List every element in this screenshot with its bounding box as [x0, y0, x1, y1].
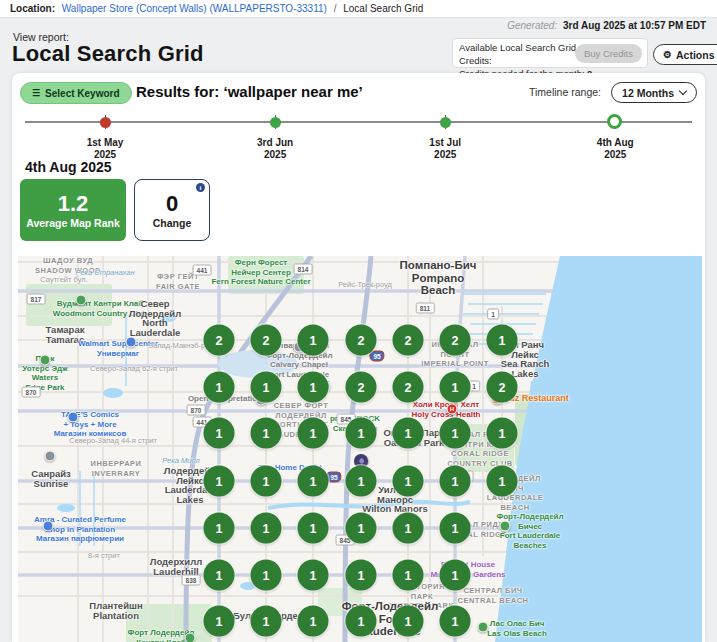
- actions-button-label: Actions: [676, 49, 715, 61]
- breadcrumb-location-link[interactable]: Wallpaper Store (Concept Walls) (WALLPAP…: [62, 3, 327, 14]
- rank-marker[interactable]: 1: [204, 560, 235, 591]
- report-toolbar: ☰ Select Keyword Results for: ‘wallpaper…: [20, 82, 697, 104]
- generated-timestamp: Generated: 3rd Aug 2025 at 10:57 PM EDT: [507, 20, 706, 31]
- rank-marker[interactable]: 1: [393, 418, 424, 449]
- timeline-dot-selected[interactable]: [607, 114, 622, 129]
- rank-marker[interactable]: 1: [393, 560, 424, 591]
- road-shield: 814: [294, 264, 313, 275]
- rank-marker[interactable]: 2: [393, 325, 424, 356]
- actions-button[interactable]: ⚙ Actions: [653, 44, 717, 65]
- woodmont-country-club-poi[interactable]: [76, 295, 87, 306]
- snapshot-date-heading: 4th Aug 2025: [25, 159, 112, 175]
- timeline-dot[interactable]: [440, 117, 451, 128]
- timeline-dot[interactable]: [270, 117, 281, 128]
- road-shield: 811: [416, 303, 435, 314]
- rank-marker[interactable]: 2: [440, 325, 471, 356]
- change-label: Change: [153, 217, 192, 229]
- rank-marker[interactable]: 1: [346, 466, 377, 497]
- map-label: Помпано-Бич Pompano Beach: [400, 259, 477, 297]
- rank-marker[interactable]: 1: [251, 372, 282, 403]
- explorers-center-poi[interactable]: [45, 451, 56, 462]
- rank-marker[interactable]: 1: [393, 513, 424, 544]
- rank-marker[interactable]: 1: [251, 513, 282, 544]
- info-icon[interactable]: i: [196, 183, 205, 192]
- rank-marker[interactable]: 1: [346, 418, 377, 449]
- rank-marker[interactable]: 1: [487, 325, 518, 356]
- rank-marker[interactable]: 1: [440, 560, 471, 591]
- rank-marker[interactable]: 1: [298, 418, 329, 449]
- available-credits-label: Available Local Search Grid Credits:: [459, 41, 587, 67]
- map-label: TATE'S Comics + Toys + More Магазин коми…: [54, 410, 127, 439]
- rank-marker[interactable]: 1: [204, 372, 235, 403]
- rank-marker[interactable]: 1: [440, 606, 471, 637]
- rank-marker[interactable]: 2: [346, 372, 377, 403]
- amra-perfume-poi[interactable]: [43, 521, 54, 532]
- rank-marker[interactable]: 1: [298, 372, 329, 403]
- rank-marker[interactable]: 2: [487, 372, 518, 403]
- rank-marker[interactable]: 1: [298, 466, 329, 497]
- timeline-date-label: 1st Jul 2025: [405, 137, 485, 161]
- rank-marker[interactable]: 1: [251, 606, 282, 637]
- map-label: СЕНТРАЛ БИЧ CENTRAL BEACH: [458, 586, 529, 605]
- rank-marker[interactable]: 1: [251, 560, 282, 591]
- map-label: Река Странахан: [75, 268, 134, 278]
- rank-marker[interactable]: 1: [204, 513, 235, 544]
- rank-marker[interactable]: 1: [204, 418, 235, 449]
- rank-marker[interactable]: 1: [440, 513, 471, 544]
- map-label: Река Мидл: [162, 456, 200, 466]
- rank-marker[interactable]: 1: [393, 606, 424, 637]
- change-card: i 0 Change: [134, 179, 210, 241]
- rank-marker[interactable]: 1: [204, 466, 235, 497]
- rank-marker[interactable]: 1: [251, 418, 282, 449]
- timeline-track[interactable]: [25, 121, 692, 123]
- map-label: ШАДОУ ВУД SHADOW WOOD: [35, 256, 101, 275]
- fort-lauderdale-beaches-poi[interactable]: [500, 521, 511, 532]
- timeline: 1st May 20253rd Jun 20251st Jul 20254th …: [25, 113, 692, 169]
- rank-marker[interactable]: 1: [440, 418, 471, 449]
- walmart-poi[interactable]: [126, 337, 137, 348]
- rank-marker[interactable]: 1: [298, 606, 329, 637]
- rank-marker[interactable]: 2: [204, 325, 235, 356]
- timeline-range-dropdown[interactable]: 12 Months: [611, 82, 697, 103]
- rank-marker[interactable]: 1: [346, 606, 377, 637]
- local-search-grid-map[interactable]: ШАДОУ ВУД SHADOW WOODСаутгейт бул.Река С…: [18, 256, 702, 642]
- road-shield: 817: [27, 294, 46, 305]
- rank-marker[interactable]: 1: [204, 606, 235, 637]
- tates-comics-poi[interactable]: [68, 412, 79, 423]
- rank-marker[interactable]: 1: [298, 560, 329, 591]
- fort-lauderdale-country-club-poi[interactable]: [185, 633, 196, 642]
- map-overlay: ШАДОУ ВУД SHADOW WOODСаутгейт бул.Река С…: [18, 256, 702, 642]
- average-map-rank-card: 1.2 Average Map Rank: [20, 179, 126, 241]
- rank-marker[interactable]: 1: [346, 560, 377, 591]
- timeline-dot[interactable]: [100, 117, 111, 128]
- road-shield: 95: [326, 472, 341, 483]
- map-label: Лодерхилл Lauderhill: [150, 557, 203, 576]
- rank-marker[interactable]: 2: [251, 325, 282, 356]
- map-label: Северо-Запад 44-я стрит: [69, 436, 157, 446]
- map-label: Север Лодердейл North Lauderdale: [129, 299, 181, 337]
- rank-marker[interactable]: 1: [393, 466, 424, 497]
- select-keyword-button[interactable]: ☰ Select Keyword: [20, 82, 132, 104]
- chevron-down-icon: [679, 87, 687, 95]
- rank-marker[interactable]: 1: [440, 372, 471, 403]
- rank-marker[interactable]: 2: [393, 372, 424, 403]
- map-label: Тамарак Tamarac: [46, 325, 85, 344]
- rank-marker[interactable]: 2: [346, 325, 377, 356]
- rank-marker[interactable]: 1: [440, 466, 471, 497]
- road-shield: 1: [487, 309, 499, 320]
- rank-marker[interactable]: 1: [487, 418, 518, 449]
- rank-marker[interactable]: 1: [251, 466, 282, 497]
- rank-marker[interactable]: 1: [298, 325, 329, 356]
- timeline-date-label: 1st May 2025: [65, 137, 145, 161]
- rank-marker[interactable]: 1: [346, 513, 377, 544]
- waters-edge-park-poi[interactable]: [40, 355, 51, 366]
- map-label: Саутгейт бул.: [40, 275, 87, 285]
- buy-credits-button[interactable]: Buy Credits: [575, 44, 642, 63]
- map-label: 8-я стрит: [88, 551, 120, 561]
- timeline-date-label: 4th Aug 2025: [575, 137, 655, 161]
- rank-marker[interactable]: 1: [487, 466, 518, 497]
- holy-cross-health-poi[interactable]: H: [447, 404, 458, 415]
- las-olas-beach-poi[interactable]: [478, 622, 489, 633]
- road-shield: 838: [182, 575, 201, 586]
- rank-marker[interactable]: 1: [298, 513, 329, 544]
